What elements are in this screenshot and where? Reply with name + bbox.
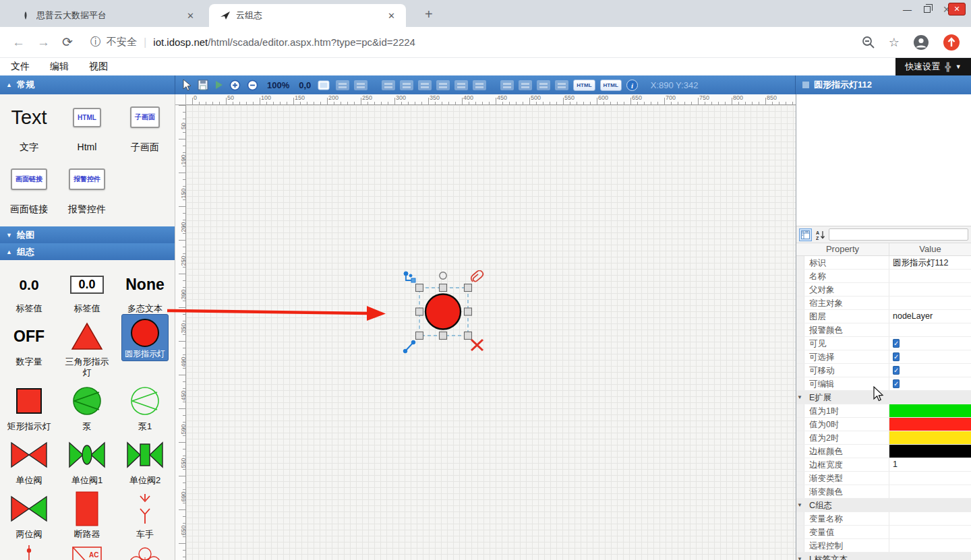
property-row[interactable]: 渐变类型 (796, 472, 971, 485)
palette-item-valve-two-color[interactable]: 两位阀 (0, 487, 58, 540)
property-value[interactable] (889, 539, 971, 552)
sidebar-section-widgets-header[interactable]: ▲ 组态 (0, 243, 175, 260)
checkbox-checked-icon[interactable]: ✓ (893, 352, 900, 361)
palette-item-screen-link[interactable]: 画面链接 画面链接 (0, 164, 58, 226)
palette-item-pump-outline[interactable]: 泵1 (116, 379, 174, 433)
group-collapse-icon[interactable]: ▼ (797, 556, 802, 560)
property-value[interactable] (889, 418, 971, 431)
property-value[interactable] (889, 431, 971, 444)
alphabetical-sort-icon[interactable]: AZ (814, 228, 827, 241)
palette-item-alarm-control[interactable]: 报警控件 报警控件 (58, 164, 116, 226)
palette-item-digital[interactable]: OFF数字量 (0, 314, 58, 379)
property-row[interactable]: 远程控制 (796, 539, 971, 553)
forward-icon[interactable]: → (37, 35, 50, 50)
cursor-tool-icon[interactable] (182, 79, 192, 91)
property-value[interactable] (889, 323, 971, 336)
property-row[interactable]: 变量值 (796, 526, 971, 539)
back-icon[interactable]: ← (12, 35, 25, 50)
property-row[interactable]: 名称 (796, 270, 971, 283)
browser-update-icon[interactable] (943, 34, 960, 51)
property-value[interactable]: ✓ (889, 350, 971, 363)
palette-item-label-value-boxed[interactable]: 0.0标签值 (58, 264, 116, 314)
menu-edit[interactable]: 编辑 (50, 61, 80, 73)
categorized-view-icon[interactable] (799, 228, 812, 241)
property-value[interactable]: ✓ (889, 364, 971, 377)
palette-item-valve-green-rect[interactable]: 单位阀2 (116, 433, 174, 487)
property-row[interactable]: 标识圆形指示灯112 (796, 256, 971, 270)
tab-dashboard[interactable]: 思普云大数据平台 ✕ (9, 4, 205, 27)
info-icon[interactable]: i (626, 80, 638, 91)
property-row[interactable]: 可见✓ (796, 337, 971, 350)
color-swatch[interactable] (889, 445, 971, 458)
checkbox-checked-icon[interactable]: ✓ (893, 339, 900, 348)
color-swatch[interactable] (889, 431, 971, 444)
property-column-header[interactable]: Property (796, 243, 889, 255)
omnibox[interactable]: ⓘ 不安全 | iot.idosp.net /html/scada/editor… (90, 35, 862, 49)
property-value[interactable] (889, 445, 971, 458)
menu-file[interactable]: 文件 (11, 61, 40, 73)
property-filter-input[interactable] (829, 228, 968, 241)
palette-item-label-value[interactable]: 0.0标签值 (0, 264, 58, 314)
property-row[interactable]: 父对象 (796, 283, 971, 297)
sidebar-section-drawing-header[interactable]: ▼ 绘图 (0, 226, 175, 243)
property-group-row[interactable]: ▼C组态 (796, 499, 971, 512)
property-row[interactable]: 变量名称 (796, 512, 971, 526)
palette-item-triangle-indicator[interactable]: 三角形指示灯 (58, 314, 116, 379)
profile-avatar-icon[interactable] (913, 34, 929, 51)
html-export-button[interactable]: HTML (573, 80, 595, 91)
info-circle-icon[interactable]: ⓘ (90, 35, 101, 49)
palette-item-rect-indicator[interactable]: 矩形指示灯 (0, 379, 58, 433)
group-collapse-icon[interactable]: ▼ (797, 394, 802, 400)
palette-item-valve-green-ellipse[interactable]: 单位阀1 (58, 433, 116, 487)
property-row[interactable]: 值为2时 (796, 431, 971, 445)
restore-icon[interactable] (924, 6, 931, 13)
property-value[interactable]: 圆形指示灯112 (889, 256, 971, 269)
palette-item-pump[interactable]: 泵 (58, 379, 116, 433)
palette-item-text[interactable]: Text 文字 (0, 102, 58, 164)
selected-circle-indicator[interactable] (402, 270, 490, 365)
property-row[interactable]: 值为1时 (796, 404, 971, 418)
palette-item-knife-switch[interactable]: 刀闸 (0, 540, 58, 560)
save-icon[interactable] (198, 80, 208, 90)
checkbox-checked-icon[interactable]: ✓ (893, 379, 900, 388)
property-row[interactable]: 可移动✓ (796, 364, 971, 377)
reload-icon[interactable]: ⟳ (62, 34, 73, 50)
property-value[interactable] (889, 297, 971, 309)
property-value[interactable]: 1 (889, 458, 971, 471)
close-button[interactable]: ✕ ✕ (943, 3, 966, 16)
bookmark-star-icon[interactable]: ☆ (889, 35, 900, 50)
palette-item-valve-red[interactable]: 单位阀 (0, 433, 58, 487)
property-row[interactable]: 边框颜色 (796, 445, 971, 458)
property-value[interactable] (889, 553, 971, 560)
zoom-in-icon[interactable] (229, 80, 241, 91)
tab-close-icon[interactable]: ✕ (384, 9, 399, 22)
quick-settings-button[interactable]: 快速设置 ╬ ▼ (895, 58, 971, 75)
property-value[interactable] (889, 472, 971, 485)
property-value[interactable] (889, 391, 971, 404)
property-value[interactable] (889, 404, 971, 417)
palette-item-breaker[interactable]: 断路器 (58, 487, 116, 540)
html-view-button[interactable]: HTML (600, 80, 622, 91)
property-value[interactable] (889, 283, 971, 296)
property-row[interactable]: 边框宽度1 (796, 458, 971, 472)
palette-item-subscreen[interactable]: 子画面 子画面 (116, 102, 174, 164)
property-value[interactable]: ✓ (889, 377, 971, 390)
sidebar-section-general-header[interactable]: ▲ 常规 (0, 75, 175, 94)
property-row[interactable]: 图层nodeLayer (796, 310, 971, 323)
zoom-out-icon[interactable] (247, 80, 258, 91)
group-collapse-icon[interactable]: ▼ (797, 502, 802, 508)
palette-item-circle-indicator[interactable]: 圆形指示灯 (121, 314, 169, 361)
property-row[interactable]: 报警颜色 (796, 323, 971, 337)
canvas-grid[interactable] (186, 105, 796, 560)
color-swatch[interactable] (889, 418, 971, 431)
palette-item-pt[interactable]: PT (116, 540, 174, 560)
property-value[interactable] (889, 512, 971, 525)
property-group-row[interactable]: ▼L标签文本 (796, 553, 971, 560)
color-swatch[interactable] (889, 404, 971, 417)
property-row[interactable]: 值为0时 (796, 418, 971, 431)
property-value[interactable] (889, 499, 971, 511)
canvas-icon[interactable] (318, 80, 330, 90)
property-row[interactable]: 宿主对象 (796, 297, 971, 310)
page-zoom-icon[interactable] (862, 36, 875, 49)
property-row[interactable]: 渐变颜色 (796, 485, 971, 499)
